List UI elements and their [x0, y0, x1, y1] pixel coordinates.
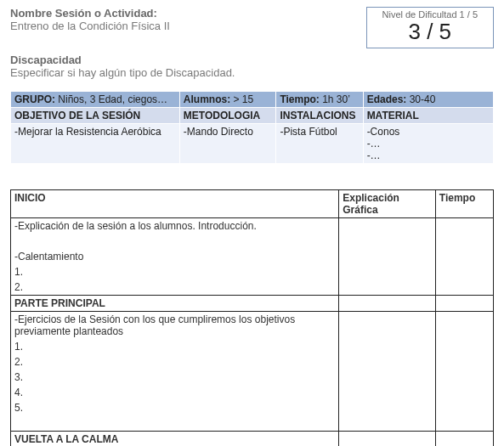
principal-blank	[11, 415, 339, 432]
instalaciones-text: -Pista Fútbol	[280, 126, 359, 138]
session-title-label: Nombre Sesión o Actividad:	[10, 7, 356, 20]
principal-num-5: 5.	[11, 400, 339, 415]
grupo-cell: GRUPO: Niños, 3 Edad, ciegos…	[11, 91, 180, 107]
instalaciones-label: INSTALACIONS	[276, 107, 363, 123]
principal-num-3: 3.	[11, 370, 339, 385]
session-title-block: Nombre Sesión o Actividad: Entreno de la…	[10, 7, 356, 32]
metodologia-label: METODOLOGIA	[179, 107, 276, 123]
tiempo-cell	[435, 217, 493, 234]
inicio-line-2: -Calentamiento	[11, 249, 339, 264]
material-label: MATERIAL	[363, 107, 493, 123]
plan-table: INICIO Explicación Gráfica Tiempo -Expli…	[10, 189, 494, 446]
principal-num-2: 2.	[11, 354, 339, 370]
edades-cell: Edades: 30-40	[363, 91, 493, 107]
principal-num-4: 4.	[11, 385, 339, 400]
tiempo-value: 1h 30’	[320, 93, 350, 105]
metodologia-text: -Mando Directo	[184, 126, 273, 138]
calma-header: VUELTA A LA CALMA	[11, 431, 339, 446]
objetivo-label: OBJETIVO DE LA SESIÓN	[11, 107, 180, 123]
disability-label: Discapacidad	[10, 54, 494, 66]
header-row: Nombre Sesión o Actividad: Entreno de la…	[10, 7, 494, 48]
col-tiempo-header: Tiempo	[435, 189, 493, 217]
alumnos-label: Alumnos:	[184, 93, 230, 105]
alumnos-value: > 15	[230, 93, 253, 105]
material-line-1: -Conos	[367, 126, 490, 138]
inicio-header: INICIO	[11, 189, 339, 217]
col-explicacion-header: Explicación Gráfica	[339, 189, 436, 217]
difficulty-value: 3 / 5	[382, 20, 479, 44]
grupo-label: GRUPO:	[14, 93, 55, 105]
material-body: -Conos -… -…	[363, 123, 493, 163]
session-title-value: Entreno de la Condición Física II	[10, 20, 356, 32]
tiempo-label: Tiempo:	[280, 93, 319, 105]
edades-label: Edades:	[367, 93, 407, 105]
principal-num-1: 1.	[11, 339, 339, 354]
objetivo-body: -Mejorar la Resistencia Aeróbica	[11, 123, 180, 163]
difficulty-box: Nivel de Dificultad 1 / 5 3 / 5	[366, 7, 495, 48]
principal-line-1: -Ejercicios de la Sesión con los que cum…	[11, 311, 339, 339]
principal-header: PARTE PRINCIPAL	[11, 295, 339, 311]
metodologia-body: -Mando Directo	[179, 123, 276, 163]
explic-cell	[339, 217, 436, 234]
instalaciones-body: -Pista Fútbol	[276, 123, 363, 163]
inicio-blank	[11, 234, 339, 249]
alumnos-cell: Alumnos: > 15	[179, 91, 276, 107]
tiempo-cell: Tiempo: 1h 30’	[276, 91, 363, 107]
grupo-value: Niños, 3 Edad, ciegos…	[55, 93, 167, 105]
disability-block: Discapacidad Especificar si hay algún ti…	[10, 54, 494, 79]
inicio-num-1: 1.	[11, 264, 339, 279]
material-line-3: -…	[367, 150, 490, 161]
edades-value: 30-40	[406, 93, 435, 105]
disability-value: Especificar si hay algún tipo de Discapa…	[10, 66, 494, 79]
inicio-line-1: -Explicación de la sesión a los alumnos.…	[11, 217, 339, 234]
info-table: GRUPO: Niños, 3 Edad, ciegos… Alumnos: >…	[10, 91, 494, 164]
material-line-2: -…	[367, 138, 490, 150]
inicio-num-2: 2.	[11, 279, 339, 296]
objetivo-text: -Mejorar la Resistencia Aeróbica	[14, 126, 176, 138]
